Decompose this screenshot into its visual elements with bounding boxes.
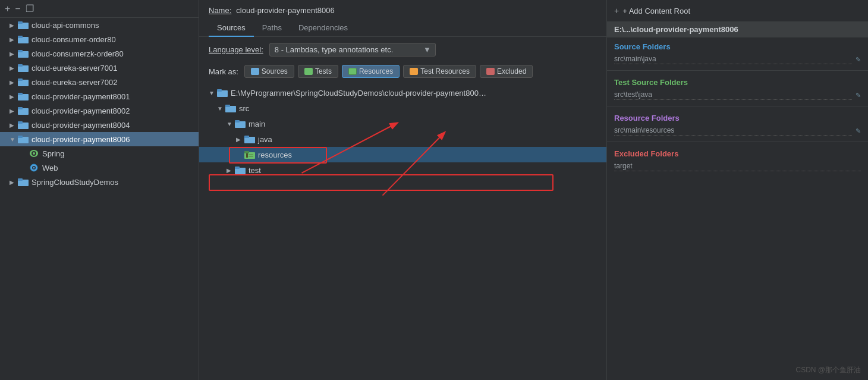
add-content-root-button[interactable]: + + Add Content Root <box>607 0 868 21</box>
arrow-icon: ▶ <box>10 36 18 43</box>
edit-icon[interactable]: ✎ <box>856 56 861 64</box>
sidebar-item-label: cloud-api-commons <box>32 21 99 30</box>
edit-icon[interactable]: ✎ <box>856 92 861 99</box>
arrow-icon: ▶ <box>10 108 18 114</box>
folder-icon <box>217 88 228 98</box>
arrow-icon: ▶ <box>10 22 18 29</box>
tree-test[interactable]: ▶ test <box>199 162 606 178</box>
sidebar-item-spring[interactable]: Spring <box>0 146 199 161</box>
sidebar-item-cloud-provider-payment8002[interactable]: ▶ cloud-provider-payment8002 <box>0 103 199 118</box>
sidebar-item-cloud-consumer-order80[interactable]: ▶ cloud-consumer-order80 <box>0 32 199 46</box>
tree-arrow-icon: ▶ <box>236 136 244 143</box>
sidebar-item-web[interactable]: Web <box>0 161 199 175</box>
sidebar-item-cloud-consumerzk-order80[interactable]: ▶ cloud-consumerzk-order80 <box>0 46 199 61</box>
mark-resources-label: Resources <box>359 67 393 76</box>
sidebar-item-cloud-provider-payment8006[interactable]: ▼ cloud-provider-payment8006 <box>0 132 199 146</box>
divider <box>607 142 868 142</box>
sidebar-item-springcloudstudy[interactable]: ▶ SpringCloudStudyDemos <box>0 175 199 189</box>
right-panel: + + Add Content Root E:\...\cloud-provid… <box>606 0 868 380</box>
folder-icon <box>18 34 29 44</box>
mark-resources-button[interactable]: Resources <box>342 65 400 78</box>
tree-src[interactable]: ▼ src <box>199 101 606 116</box>
sidebar-item-cloud-api-commons[interactable]: ▶ cloud-api-commons <box>0 18 199 32</box>
copy-icon[interactable]: ❐ <box>26 3 34 14</box>
test-source-folder-path: src\test\java <box>614 90 852 100</box>
arrow-icon: ▶ <box>10 51 18 57</box>
sidebar-toolbar: + − ❐ <box>0 0 199 18</box>
folder-icon <box>18 120 29 130</box>
tests-dot-icon <box>304 68 313 75</box>
folder-icon <box>235 119 246 128</box>
edit-icon[interactable]: ✎ <box>856 127 861 135</box>
arrow-icon: ▶ <box>10 79 18 86</box>
sidebar-item-cloud-eureka-server7001[interactable]: ▶ cloud-eureka-server7001 <box>0 61 199 75</box>
svg-rect-31 <box>235 120 240 123</box>
sidebar-item-label: cloud-provider-payment8006 <box>32 135 130 144</box>
tree-root[interactable]: ▼ E:\MyProgrammer\SpringCloudStudyDemos\… <box>199 85 606 101</box>
sidebar-item-label: cloud-provider-payment8004 <box>32 121 130 130</box>
svg-rect-27 <box>217 89 222 92</box>
language-level-label: Language level: <box>209 45 263 54</box>
source-folders-title: Source Folders <box>614 42 861 51</box>
mark-tests-button[interactable]: Tests <box>298 65 338 78</box>
folder-icon <box>18 177 29 187</box>
test-res-dot-icon <box>410 68 418 75</box>
svg-rect-40 <box>235 167 240 169</box>
web-leaf-icon <box>29 163 39 172</box>
sources-dot-icon <box>251 68 259 75</box>
language-level-select[interactable]: 8 - Lambdas, type annotations etc. <box>269 43 436 56</box>
resource-folders-title: Resource Folders <box>614 114 861 123</box>
tree-label-test: test <box>249 166 261 175</box>
tab-dependencies[interactable]: Dependencies <box>290 20 356 37</box>
svg-rect-7 <box>18 64 23 67</box>
mark-test-resources-label: Test Resources <box>420 67 470 76</box>
tab-paths[interactable]: Paths <box>254 20 290 37</box>
svg-rect-35 <box>244 151 249 153</box>
mark-excluded-label: Excluded <box>497 67 526 76</box>
svg-rect-3 <box>18 36 23 38</box>
plus-icon[interactable]: + <box>5 4 10 14</box>
tab-sources[interactable]: Sources <box>209 20 254 37</box>
mark-test-resources-button[interactable]: Test Resources <box>403 65 476 78</box>
svg-rect-25 <box>18 178 23 181</box>
name-value: cloud-provider-payment8006 <box>236 6 334 15</box>
main-panel: Name: cloud-provider-payment8006 Sources… <box>199 0 868 380</box>
svg-rect-9 <box>18 78 23 81</box>
svg-rect-1 <box>18 21 23 24</box>
minus-icon[interactable]: − <box>15 4 20 14</box>
svg-point-20 <box>33 152 35 155</box>
sidebar-item-cloud-provider-payment8001[interactable]: ▶ cloud-provider-payment8001 <box>0 89 199 103</box>
svg-rect-33 <box>244 136 249 138</box>
test-source-folders-title: Test Source Folders <box>614 78 861 87</box>
language-level-row: Language level: 8 - Lambdas, type annota… <box>199 37 606 62</box>
mark-as-label: Mark as: <box>209 67 238 76</box>
arrow-icon: ▶ <box>10 93 18 100</box>
center-panel: Name: cloud-provider-payment8006 Sources… <box>199 0 606 380</box>
sidebar-item-label: cloud-provider-payment8002 <box>32 106 130 115</box>
test-source-folders-section: Test Source Folders src\test\java ✎ <box>607 73 868 103</box>
mark-excluded-button[interactable]: Excluded <box>480 65 533 78</box>
svg-rect-36 <box>246 153 248 158</box>
tree-java[interactable]: ▶ java <box>199 131 606 147</box>
excluded-folder-path: target <box>614 162 861 171</box>
folder-icon <box>244 134 255 144</box>
arrow-icon: ▶ <box>10 179 18 186</box>
tree-main[interactable]: ▼ main <box>199 116 606 131</box>
tree-label-src: src <box>239 104 249 113</box>
tree-label-java: java <box>258 135 272 144</box>
folder-icon <box>18 63 29 73</box>
tree-resources[interactable]: resources <box>199 147 606 162</box>
sidebar-item-cloud-eureka-server7002[interactable]: ▶ cloud-eureka-server7002 <box>0 75 199 89</box>
tree-label-main: main <box>249 120 265 128</box>
sidebar-item-label: cloud-eureka-server7002 <box>32 78 118 87</box>
arrow-icon: ▶ <box>10 122 18 128</box>
sidebar-item-cloud-provider-payment8004[interactable]: ▶ cloud-provider-payment8004 <box>0 118 199 132</box>
sidebar-item-label: Web <box>42 164 58 172</box>
excluded-folder-path-row: target <box>614 161 861 172</box>
sidebar-item-label: Spring <box>42 149 65 158</box>
mark-sources-button[interactable]: Sources <box>244 65 294 78</box>
tree-arrow-icon: ▼ <box>209 90 217 96</box>
source-folders-section: Source Folders src\main\java ✎ <box>607 37 868 68</box>
folder-icon <box>18 106 29 115</box>
mark-as-row: Mark as: Sources Tests Resources Test Re… <box>199 62 606 83</box>
